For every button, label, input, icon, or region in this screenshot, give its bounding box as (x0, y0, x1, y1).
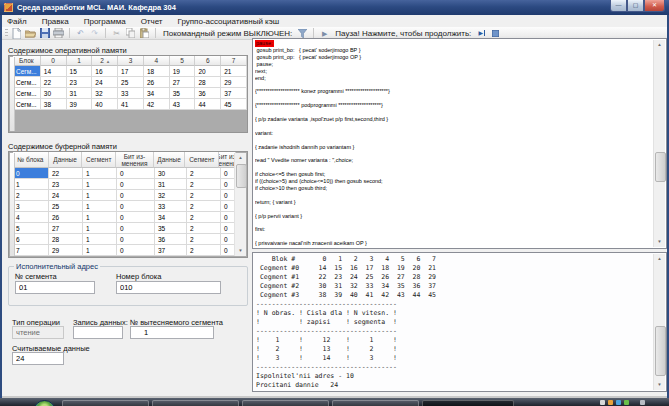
taskbar-button[interactable] (332, 400, 419, 406)
table-cell[interactable]: 32 (92, 88, 118, 99)
table-cell[interactable]: 0 (117, 179, 155, 190)
table-cell[interactable]: 37 (221, 88, 247, 99)
table-cell[interactable]: 35 (155, 223, 187, 234)
table-cell[interactable]: 24 (92, 77, 118, 88)
step-forward-icon[interactable]: ▶ (476, 28, 487, 39)
table-cell[interactable]: 0 (117, 201, 155, 212)
close-button[interactable]: ✕ (644, 0, 665, 12)
table-cell[interactable]: Сегм... (13, 88, 41, 99)
table-cell[interactable]: 42 (144, 99, 170, 110)
scroll-down-icon[interactable]: ▼ (654, 237, 665, 247)
table-cell[interactable]: 1 (83, 212, 117, 223)
evicted-segment-field[interactable] (130, 326, 214, 339)
table-cell[interactable]: 1 (83, 190, 117, 201)
table-cell[interactable]: 19 (170, 66, 196, 77)
table-cell[interactable]: 37 (155, 245, 187, 256)
table-cell[interactable]: 40 (92, 99, 118, 110)
scrollbar-thumb[interactable] (655, 326, 666, 376)
table-cell[interactable]: 0 (117, 234, 155, 245)
table-cell[interactable]: 35 (170, 88, 196, 99)
table-cell[interactable]: 0 (117, 223, 155, 234)
read-data-field[interactable] (12, 352, 64, 365)
table-cell[interactable]: 33 (155, 201, 187, 212)
table-cell[interactable]: Сегм... (13, 77, 41, 88)
copy-icon[interactable] (125, 28, 136, 39)
column-header[interactable]: 1 (67, 56, 93, 66)
table-cell[interactable]: Сегм... (13, 99, 41, 110)
table-cell[interactable]: 0 (117, 190, 155, 201)
column-header[interactable]: Бит из- менения (116, 152, 154, 168)
table-cell[interactable]: 28 (49, 234, 83, 245)
table-cell[interactable]: 2 (13, 190, 49, 201)
table-cell[interactable]: 7 (13, 245, 49, 256)
table-cell[interactable]: 25 (118, 77, 144, 88)
scroll-up-icon[interactable]: ▲ (654, 40, 665, 50)
table-cell[interactable]: 34 (144, 88, 170, 99)
taskbar-button[interactable] (62, 400, 149, 406)
table-cell[interactable]: 29 (49, 245, 83, 256)
table-cell[interactable]: 15 (67, 66, 93, 77)
table-cell[interactable]: 2 (187, 223, 221, 234)
table-cell[interactable]: 2 (187, 201, 221, 212)
table-cell[interactable]: 2 (187, 212, 221, 223)
code-editor-scrollbar[interactable]: ▲ ▼ (653, 40, 665, 247)
run-icon[interactable]: ▶ (319, 28, 330, 39)
taskbar-button-active[interactable] (422, 400, 514, 406)
column-header[interactable]: Блок (13, 56, 41, 66)
table-cell[interactable]: 1 (83, 234, 117, 245)
stop-icon[interactable] (490, 28, 501, 39)
table-cell[interactable]: 23 (67, 77, 93, 88)
table-cell[interactable]: 1 (83, 223, 117, 234)
table-cell[interactable]: 17 (118, 66, 144, 77)
tray-icon[interactable] (600, 400, 605, 405)
scroll-down-icon[interactable]: ▼ (654, 380, 665, 390)
table-cell[interactable]: 1 (83, 168, 117, 179)
tray-icon[interactable] (616, 400, 621, 405)
output-console-panel[interactable]: Blok # 0 1 2 3 4 5 6 7 Cegment #0 14 15 … (252, 252, 667, 392)
write-data-field[interactable] (73, 326, 123, 339)
column-header[interactable]: 4 (144, 56, 170, 66)
taskbar-button[interactable] (242, 400, 329, 406)
menu-edit[interactable]: Правка (42, 17, 69, 26)
table-cell[interactable]: 27 (49, 223, 83, 234)
cut-icon[interactable]: ✂ (111, 28, 122, 39)
scroll-up-icon[interactable]: ▲ (654, 254, 665, 264)
table-cell[interactable]: 22 (49, 168, 83, 179)
column-header[interactable]: Данные (154, 152, 186, 168)
table-cell[interactable]: 4 (13, 212, 49, 223)
new-file-icon[interactable] (11, 28, 22, 39)
table-cell[interactable]: 2 (187, 190, 221, 201)
table-cell[interactable]: 23 (49, 179, 83, 190)
save-icon[interactable] (39, 28, 50, 39)
taskbar-button[interactable] (152, 400, 239, 406)
table-cell[interactable]: 45 (221, 99, 247, 110)
maximize-button[interactable]: ▢ (627, 0, 644, 12)
table-cell[interactable]: 18 (144, 66, 170, 77)
table-cell[interactable]: 27 (170, 77, 196, 88)
table-cell[interactable]: 36 (155, 234, 187, 245)
column-header[interactable]: Данные (49, 152, 83, 168)
table-cell[interactable]: 0 (13, 168, 49, 179)
column-header[interactable]: 5 (170, 56, 196, 66)
segment-number-field[interactable] (15, 281, 95, 294)
menu-file[interactable]: Файл (7, 17, 27, 26)
buf-table-scrollbar[interactable]: ▲ ▼ (234, 153, 246, 256)
table-cell[interactable]: 29 (221, 77, 247, 88)
table-cell[interactable]: 5 (13, 223, 49, 234)
table-cell[interactable]: 31 (67, 88, 93, 99)
table-cell[interactable]: 2 (187, 168, 221, 179)
open-file-icon[interactable] (25, 28, 36, 39)
print-icon[interactable] (53, 28, 64, 39)
table-cell[interactable]: 26 (49, 212, 83, 223)
table-cell[interactable]: 26 (144, 77, 170, 88)
table-cell[interactable]: 43 (170, 99, 196, 110)
table-cell[interactable]: 39 (67, 99, 93, 110)
column-header[interactable]: Сегмент (185, 152, 219, 168)
table-cell[interactable]: 20 (195, 66, 221, 77)
scroll-down-icon[interactable]: ▼ (235, 246, 246, 256)
table-cell[interactable]: 24 (49, 190, 83, 201)
column-header[interactable]: 0 (41, 56, 67, 66)
scrollbar-thumb[interactable] (655, 152, 666, 182)
paste-icon[interactable] (139, 28, 150, 39)
scroll-up-icon[interactable]: ▲ (235, 153, 246, 163)
